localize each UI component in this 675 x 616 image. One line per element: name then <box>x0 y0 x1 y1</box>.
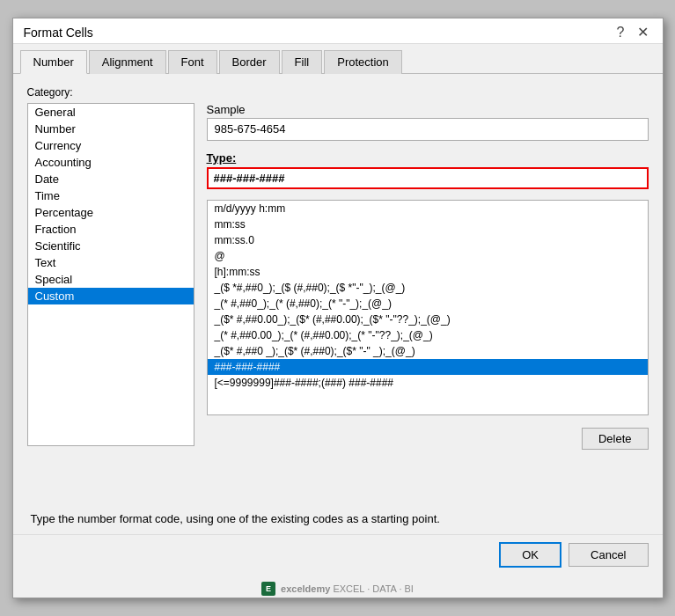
category-list[interactable]: GeneralNumberCurrencyAccountingDateTimeP… <box>27 103 194 446</box>
cancel-button[interactable]: Cancel <box>569 543 648 567</box>
format-list-item[interactable]: _(* #,##0.00_);_(* (#,##0.00);_(* "-"??_… <box>208 327 648 343</box>
format-list[interactable]: m/d/yyyy h:mmmm:ssmm:ss.0@[h]:mm:ss_($ *… <box>207 200 649 415</box>
tabs-container: NumberAlignmentFontBorderFillProtection <box>13 44 663 74</box>
sample-value: 985-675-4654 <box>207 118 649 141</box>
tab-alignment[interactable]: Alignment <box>89 50 166 74</box>
type-section: Type: <box>207 151 649 189</box>
hint-text: Type the number format code, using one o… <box>27 512 649 525</box>
category-heading: Category: <box>27 86 649 99</box>
category-panel: GeneralNumberCurrencyAccountingDateTimeP… <box>27 103 194 503</box>
close-button[interactable]: ✕ <box>634 26 652 40</box>
category-item-general[interactable]: General <box>28 104 194 121</box>
brand-name: exceldemy EXCEL · DATA · BI <box>281 583 414 594</box>
title-bar-controls: ? ✕ <box>613 26 652 40</box>
sample-label: Sample <box>207 103 649 116</box>
watermark: E exceldemy EXCEL · DATA · BI <box>13 578 663 598</box>
tab-number[interactable]: Number <box>20 50 87 74</box>
ok-button[interactable]: OK <box>499 542 561 568</box>
main-row: GeneralNumberCurrencyAccountingDateTimeP… <box>27 103 649 503</box>
format-list-item[interactable]: mm:ss.0 <box>208 232 648 248</box>
category-item-percentage[interactable]: Percentage <box>28 204 194 221</box>
dialog-footer: OK Cancel <box>13 534 663 578</box>
tab-border[interactable]: Border <box>219 50 280 74</box>
title-bar: Format Cells ? ✕ <box>13 18 663 44</box>
category-item-accounting[interactable]: Accounting <box>28 154 194 171</box>
format-list-item[interactable]: _($ *#,##0_);_($ (#,##0);_($ *"-"_);_(@_… <box>208 280 648 296</box>
category-item-time[interactable]: Time <box>28 187 194 204</box>
right-panel: Sample 985-675-4654 Type: m/d/yyyy h:mmm… <box>207 103 649 503</box>
format-list-item[interactable]: mm:ss <box>208 216 648 232</box>
format-list-item[interactable]: _(* #,##0_);_(* (#,##0);_(* "-"_);_(@_) <box>208 296 648 312</box>
format-list-item[interactable]: [h]:mm:ss <box>208 264 648 280</box>
category-item-number[interactable]: Number <box>28 121 194 137</box>
category-item-date[interactable]: Date <box>28 171 194 187</box>
type-input-wrapper <box>207 167 649 189</box>
brand-icon: E <box>261 582 275 596</box>
type-label: Type: <box>207 151 649 165</box>
format-list-item[interactable]: _($* #,##0 _);_($* (#,##0);_($* "-" _);_… <box>208 343 648 359</box>
dialog-title: Format Cells <box>24 26 93 40</box>
dialog-body: Category: GeneralNumberCurrencyAccountin… <box>13 74 663 534</box>
help-button[interactable]: ? <box>613 26 628 40</box>
format-list-item[interactable]: [<=9999999]###-####;(###) ###-#### <box>208 375 648 391</box>
category-item-scientific[interactable]: Scientific <box>28 238 194 254</box>
category-item-text[interactable]: Text <box>28 254 194 271</box>
sample-section: Sample 985-675-4654 <box>207 103 649 141</box>
category-item-currency[interactable]: Currency <box>28 137 194 154</box>
format-cells-dialog: Format Cells ? ✕ NumberAlignmentFontBord… <box>12 18 664 598</box>
tab-font[interactable]: Font <box>168 50 217 74</box>
format-list-item[interactable]: @ <box>208 248 648 264</box>
category-item-fraction[interactable]: Fraction <box>28 221 194 238</box>
format-list-item[interactable]: m/d/yyyy h:mm <box>208 201 648 216</box>
type-input[interactable] <box>209 169 647 187</box>
tab-protection[interactable]: Protection <box>324 50 402 74</box>
format-list-item[interactable]: _($* #,##0.00_);_($* (#,##0.00);_($* "-"… <box>208 312 648 327</box>
tab-fill[interactable]: Fill <box>282 50 323 74</box>
category-item-special[interactable]: Special <box>28 271 194 288</box>
format-list-item[interactable]: ###-###-#### <box>208 359 648 375</box>
delete-button[interactable]: Delete <box>582 428 649 450</box>
delete-btn-row: Delete <box>207 428 649 450</box>
category-item-custom[interactable]: Custom <box>28 288 194 304</box>
